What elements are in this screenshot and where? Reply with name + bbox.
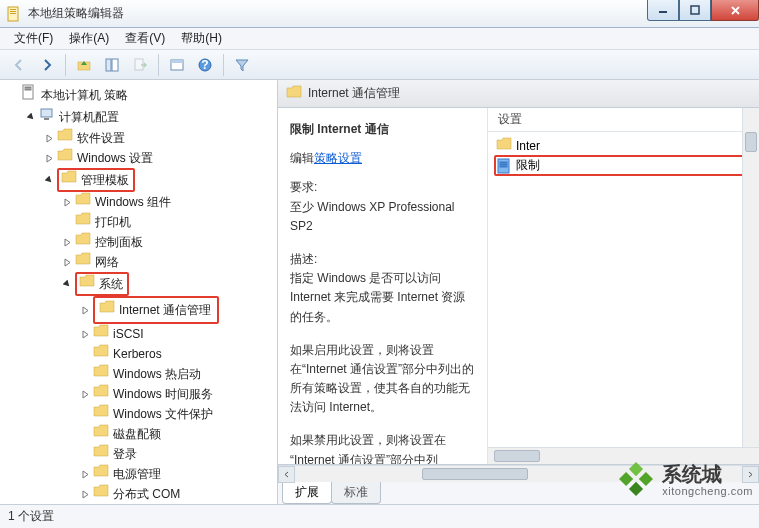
tab-extended[interactable]: 扩展 (282, 481, 332, 504)
description-pane: 限制 Internet 通信 编辑策略设置 要求: 至少 Windows XP … (278, 108, 488, 464)
expand-icon[interactable] (62, 237, 73, 248)
tree-label: 软件设置 (75, 128, 127, 148)
tree-item[interactable]: Windows 文件保护 (78, 404, 277, 424)
scroll-thumb[interactable] (422, 468, 528, 480)
tree-label: iSCSI (111, 324, 146, 344)
up-button[interactable] (71, 53, 97, 77)
svg-text:?: ? (201, 58, 208, 72)
tree-admin-templates[interactable]: 管理模板 (42, 168, 277, 192)
tree-label: 控制面板 (93, 232, 145, 252)
watermark: 系统城 xitongcheng.com (616, 459, 753, 502)
list-item-folder[interactable]: Inter (494, 136, 753, 155)
expand-icon[interactable] (80, 305, 91, 316)
tree-item[interactable]: 打印机 (60, 212, 277, 232)
tree-label: Windows 热启动 (111, 364, 203, 384)
tree-label: 系统 (97, 274, 125, 294)
minimize-button[interactable] (647, 0, 679, 21)
folder-icon (57, 148, 73, 168)
vertical-scrollbar[interactable] (742, 108, 759, 464)
scroll-thumb[interactable] (745, 132, 757, 152)
tree-item[interactable]: Windows 组件 (60, 192, 277, 212)
tree-item[interactable]: Kerberos (78, 344, 277, 364)
tree-item[interactable]: Windows 时间服务 (78, 384, 277, 404)
tree-label: 打印机 (93, 212, 133, 232)
policy-tree[interactable]: 本地计算机 策略 计算机配置 软件设置 Windows 设置 (0, 80, 277, 504)
right-pane: Internet 通信管理 限制 Internet 通信 编辑策略设置 要求: … (278, 80, 759, 504)
expand-icon[interactable] (80, 489, 91, 500)
forward-button[interactable] (34, 53, 60, 77)
setting-icon (496, 158, 512, 174)
tab-standard[interactable]: 标准 (331, 481, 381, 504)
menu-help[interactable]: 帮助(H) (175, 28, 228, 49)
tree-label: 计算机配置 (57, 107, 121, 127)
expand-icon[interactable] (44, 133, 55, 144)
tree-item[interactable]: iSCSI (78, 324, 277, 344)
tree-item[interactable]: 电源管理 (78, 464, 277, 484)
svg-rect-11 (171, 60, 183, 63)
highlight-box: 系统 (75, 272, 129, 296)
filter-button[interactable] (229, 53, 255, 77)
maximize-button[interactable] (679, 0, 711, 21)
close-button[interactable] (711, 0, 759, 21)
expand-icon[interactable] (44, 153, 55, 164)
export-button[interactable] (127, 53, 153, 77)
tree-root[interactable]: 本地计算机 策略 (6, 84, 277, 106)
tree-item[interactable]: 磁盘配额 (78, 424, 277, 444)
tree-label: 管理模板 (79, 170, 131, 190)
tree-internet-comm[interactable]: Internet 通信管理 (78, 296, 277, 324)
menu-view[interactable]: 查看(V) (119, 28, 171, 49)
folder-icon (93, 444, 109, 464)
separator (65, 54, 66, 76)
show-hide-button[interactable] (99, 53, 125, 77)
window-buttons (647, 0, 759, 21)
folder-icon (93, 364, 109, 384)
help-button[interactable]: ? (192, 53, 218, 77)
scroll-thumb[interactable] (494, 450, 540, 462)
folder-icon (75, 232, 91, 252)
tree-label: 本地计算机 策略 (39, 85, 130, 105)
tree-item[interactable]: Windows 热启动 (78, 364, 277, 384)
scroll-left-button[interactable] (278, 466, 295, 483)
desc-label: 描述: (290, 250, 477, 269)
gpo-icon (21, 84, 37, 106)
tree-item[interactable]: 软件设置 (42, 128, 277, 148)
svg-rect-25 (619, 472, 633, 486)
collapse-icon[interactable] (44, 175, 55, 186)
expand-icon[interactable] (80, 389, 91, 400)
tree-pane: 本地计算机 策略 计算机配置 软件设置 Windows 设置 (0, 80, 278, 504)
collapse-icon[interactable] (26, 112, 37, 123)
tree-label: 分布式 COM (111, 484, 182, 504)
separator (223, 54, 224, 76)
highlight-box: 管理模板 (57, 168, 135, 192)
folder-icon (93, 384, 109, 404)
svg-rect-18 (44, 118, 49, 120)
tree-label: Windows 设置 (75, 148, 155, 168)
tree-item[interactable]: 登录 (78, 444, 277, 464)
collapse-icon[interactable] (62, 279, 73, 290)
tree-item[interactable]: 网络 (60, 252, 277, 272)
tree-item[interactable]: Windows 设置 (42, 148, 277, 168)
properties-button[interactable] (164, 53, 190, 77)
tree-label: 登录 (111, 444, 139, 464)
folder-icon (93, 324, 109, 344)
svg-rect-3 (10, 13, 16, 14)
folder-icon (93, 404, 109, 424)
list-item-setting[interactable]: 限制 (494, 155, 753, 176)
back-button[interactable] (6, 53, 32, 77)
tree-item[interactable]: 控制面板 (60, 232, 277, 252)
separator (158, 54, 159, 76)
status-text: 1 个设置 (8, 508, 54, 525)
header-title: Internet 通信管理 (308, 85, 400, 102)
menu-action[interactable]: 操作(A) (63, 28, 115, 49)
tree-label: Windows 时间服务 (111, 384, 215, 404)
column-header[interactable]: 设置 (488, 108, 759, 132)
expand-icon[interactable] (62, 257, 73, 268)
expand-icon[interactable] (80, 329, 91, 340)
policy-settings-link[interactable]: 策略设置 (314, 151, 362, 165)
tree-item[interactable]: 分布式 COM (78, 484, 277, 504)
expand-icon[interactable] (62, 197, 73, 208)
tree-system[interactable]: 系统 (60, 272, 277, 296)
expand-icon[interactable] (80, 469, 91, 480)
tree-computer-config[interactable]: 计算机配置 (24, 106, 277, 128)
menu-file[interactable]: 文件(F) (8, 28, 59, 49)
